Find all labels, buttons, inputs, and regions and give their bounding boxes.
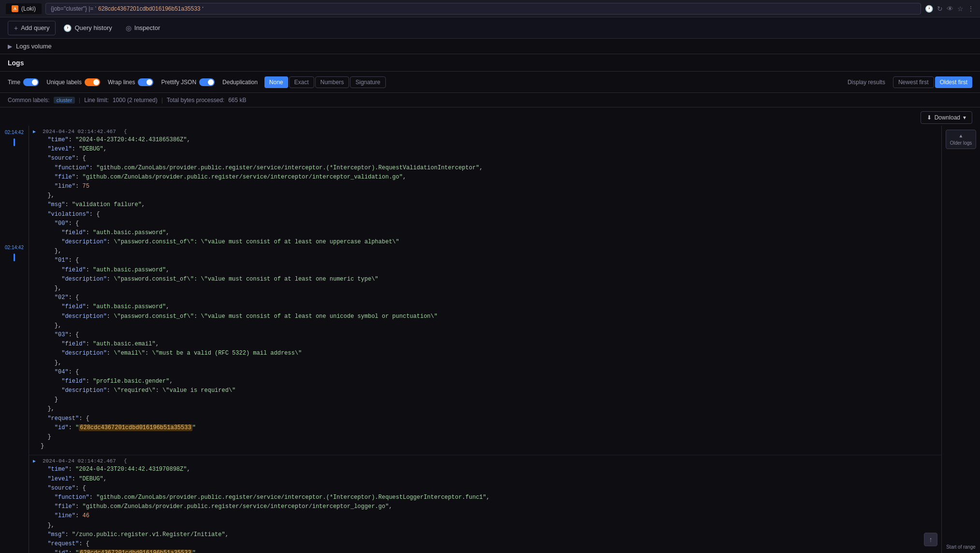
history-icon: 🕐: [63, 24, 72, 32]
dedup-options: None Exact Numbers Signature: [264, 76, 386, 88]
wrap-lines-toggle-item: Wrap lines: [108, 78, 153, 86]
url-highlight: 628cdc4367201cdbd016196b51a35533: [98, 5, 201, 12]
log-entry-2-chevron: ▶: [33, 458, 39, 464]
scroll-to-top-button[interactable]: ↑: [924, 533, 937, 546]
log-line: "function": "github.com/ZunoLabs/provide…: [41, 164, 930, 173]
logs-volume-label: Logs volume: [16, 43, 52, 50]
download-button[interactable]: ⬇ Download ▾: [921, 111, 972, 124]
log-line: "field": "auth.basic.email",: [41, 340, 930, 349]
log-line: "description": \"password.consist_of\": …: [41, 238, 930, 247]
clock-icon[interactable]: 🕐: [925, 5, 933, 13]
query-history-button[interactable]: 🕐 Query history: [58, 21, 117, 35]
log-line: },: [41, 284, 930, 293]
bookmark-icon[interactable]: ☆: [957, 5, 964, 13]
log-entry-2-header[interactable]: ▶ 2024-04-24 02:14:42.467 {: [29, 457, 941, 465]
log-line: },: [41, 247, 930, 256]
log-line: "request": {: [41, 414, 930, 423]
meta-separator-1: |: [79, 97, 80, 104]
unique-labels-toggle-knob: [93, 79, 99, 85]
download-label: Download: [935, 114, 960, 121]
log-line: "time": "2024-04-23T20:44:42.431865386Z"…: [41, 135, 930, 145]
menu-icon[interactable]: ⋮: [967, 5, 974, 13]
log-entry-1: ▶ 2024-04-24 02:14:42.467 { "time": "202…: [29, 126, 941, 455]
sort-newest-button[interactable]: Newest first: [893, 76, 934, 88]
log-line: "01": {: [41, 256, 930, 265]
inspector-label: Inspector: [134, 24, 160, 31]
download-area: ⬇ Download ▾: [0, 107, 980, 126]
log-line: "msg": "/zuno.public.register.v1.Registe…: [41, 530, 930, 539]
log-line: "msg": "validation failure",: [41, 200, 930, 209]
log-entry-1-header[interactable]: ▶ 2024-04-24 02:14:42.467 {: [29, 128, 941, 135]
log-line: "request": {: [41, 539, 930, 549]
plus-icon: +: [14, 24, 18, 32]
right-panel: ▲ Older logs Start of range: [941, 126, 980, 553]
dedup-signature-button[interactable]: Signature: [350, 76, 385, 88]
deduplication-item: Deduplication None Exact Numbers Signatu…: [222, 76, 385, 88]
timestamp-2[interactable]: 02:14:42: [5, 245, 24, 251]
browser-tab[interactable]: A (Loki): [6, 3, 42, 14]
time-toggle-knob: [32, 79, 38, 85]
url-suffix: ': [203, 6, 204, 12]
inspector-button[interactable]: ◎ Inspector: [120, 21, 166, 35]
display-results-label: Display results: [848, 79, 885, 86]
log-line: "description": \"required\": \"value is …: [41, 386, 930, 395]
older-logs-button[interactable]: ▲ Older logs: [946, 130, 977, 149]
tab-icon: A: [12, 5, 18, 12]
sort-buttons: Newest first Oldest first: [893, 76, 972, 88]
prettify-json-toggle[interactable]: [199, 78, 215, 86]
deduplication-label: Deduplication: [222, 79, 258, 86]
blue-bar-1: [14, 138, 15, 146]
toolbar: Time Unique labels Wrap lines Prettify J…: [0, 72, 980, 93]
log-line: "description": \"email\": \"must be a va…: [41, 349, 930, 358]
time-toggle[interactable]: [23, 78, 39, 86]
add-query-button[interactable]: + Add query: [8, 21, 56, 35]
log-line: "04": {: [41, 368, 930, 377]
arrow-up-icon: ↑: [929, 536, 933, 543]
browser-bar: A (Loki) {job="cluster"} |= ' 628cdc4367…: [0, 0, 980, 17]
log-content-area: 02:14:42 02:14:42 ▶ 2024-04-24 02:14:42.…: [0, 126, 980, 553]
log-line: "id": "628cdc4367201cdbd016196b51a35533": [41, 423, 930, 433]
logs-title-bar: Logs: [0, 54, 980, 72]
logs-panel: Logs Time Unique labels Wrap lines Prett…: [0, 54, 980, 107]
log-entry-2-timestamp: 2024-04-24 02:14:42.467: [43, 458, 120, 464]
log-line: }: [41, 395, 930, 404]
unique-labels-toggle[interactable]: [85, 78, 100, 86]
log-line: "field": "auth.basic.password",: [41, 228, 930, 238]
cluster-badge: cluster: [54, 97, 75, 104]
log-line: "03": {: [41, 330, 930, 340]
time-label: Time: [8, 79, 20, 86]
log-line: "00": {: [41, 219, 930, 228]
dedup-exact-button[interactable]: Exact: [289, 76, 314, 88]
chevron-right-icon: ▶: [8, 43, 12, 50]
start-range-label: Start of range: [946, 544, 976, 550]
log-line: },: [41, 191, 930, 200]
meta-separator-2: |: [161, 97, 163, 104]
log-line: "source": {: [41, 484, 930, 493]
wrap-lines-toggle[interactable]: [138, 78, 153, 86]
eye-icon[interactable]: 👁: [947, 5, 953, 13]
refresh-icon[interactable]: ↻: [937, 5, 943, 13]
bytes-value: 665 kB: [228, 97, 246, 104]
log-line: "source": {: [41, 154, 930, 163]
logs-title: Logs: [8, 59, 24, 67]
log-line: }: [41, 442, 930, 451]
sort-oldest-button[interactable]: Oldest first: [935, 76, 972, 88]
dedup-none-button[interactable]: None: [264, 76, 288, 88]
tab-label: (Loki): [21, 5, 36, 12]
timestamp-1[interactable]: 02:14:42: [5, 130, 24, 135]
log-entry-1-timestamp: 2024-04-24 02:14:42.467: [43, 129, 120, 135]
unique-labels-toggle-item: Unique labels: [46, 78, 100, 86]
url-bar[interactable]: {job="cluster"} |= ' 628cdc4367201cdbd01…: [45, 3, 921, 15]
dedup-numbers-button[interactable]: Numbers: [315, 76, 350, 88]
download-chevron-icon: ▾: [963, 114, 966, 121]
log-line: "description": \"password.consist_of\": …: [41, 312, 930, 321]
log-line: "line": 46: [41, 511, 930, 521]
log-line: "description": \"password.consist_of\": …: [41, 275, 930, 284]
log-entry-1-body: "time": "2024-04-23T20:44:42.431865386Z"…: [29, 135, 941, 453]
logs-volume-section[interactable]: ▶ Logs volume: [0, 39, 980, 54]
line-limit-label: Line limit:: [84, 97, 109, 104]
prettify-json-toggle-item: Prettify JSON: [161, 78, 215, 86]
log-entry-1-id: {: [124, 129, 127, 135]
log-entries[interactable]: ▶ 2024-04-24 02:14:42.467 { "time": "202…: [29, 126, 941, 553]
log-line: },: [41, 404, 930, 414]
